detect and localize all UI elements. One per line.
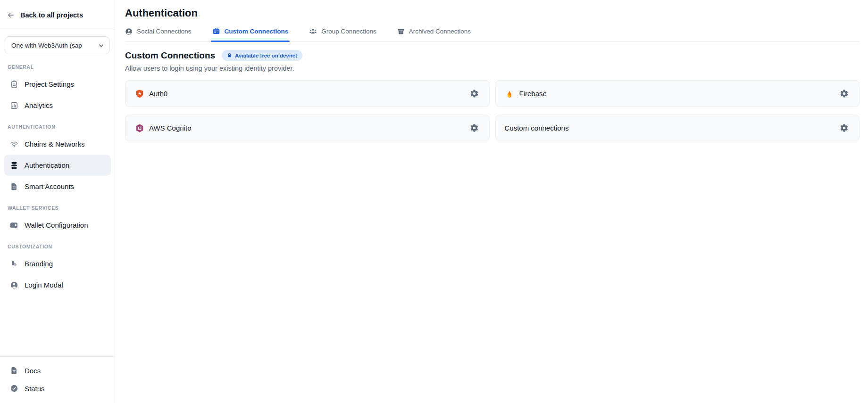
project-selector-value: One with Web3Auth (sap	[11, 42, 82, 49]
badge-label: Available free on devnet	[235, 53, 297, 58]
check-circle-icon	[9, 384, 18, 393]
tab-group-connections[interactable]: Group Connections	[309, 27, 376, 41]
wifi-icon	[9, 140, 18, 148]
sidebar: Back to all projects One with Web3Auth (…	[0, 0, 115, 403]
section-heading: Custom Connections	[125, 50, 215, 61]
sidebar-item-login-modal[interactable]: Login Modal	[4, 274, 111, 296]
wallet-icon	[9, 221, 18, 230]
firebase-settings-gear-icon[interactable]	[840, 89, 849, 98]
card-label: Firebase	[519, 90, 547, 98]
user-circle-icon	[9, 281, 18, 289]
project-selector[interactable]: One with Web3Auth (sap	[5, 36, 110, 54]
sidebar-item-label: Analytics	[25, 101, 53, 109]
sidebar-item-label: Project Settings	[25, 80, 74, 88]
tab-archived-connections[interactable]: Archived Connections	[397, 27, 471, 41]
sidebar-item-smart-accounts[interactable]: Smart Accounts	[4, 176, 111, 197]
sidebar-item-label: Branding	[25, 260, 53, 268]
card-auth0[interactable]: Auth0	[125, 80, 490, 107]
sidebar-item-label: Authentication	[25, 161, 69, 169]
page-title: Authentication	[125, 7, 860, 19]
lock-icon	[227, 53, 232, 58]
sidebar-item-label: Docs	[25, 367, 41, 375]
chevron-down-icon	[98, 42, 105, 49]
bar-chart-icon	[9, 101, 18, 110]
sidebar-item-label: Status	[25, 385, 45, 393]
back-to-projects-button[interactable]: Back to all projects	[0, 0, 115, 30]
section-label-general: GENERAL	[4, 56, 111, 74]
sidebar-item-authentication[interactable]: Authentication	[4, 155, 111, 176]
card-custom-connections[interactable]: Custom connections	[495, 115, 860, 141]
devnet-badge: Available free on devnet	[222, 50, 302, 61]
card-firebase[interactable]: Firebase	[495, 80, 860, 107]
section-label-authentication: AUTHENTICATION	[4, 116, 111, 133]
section-label-customization: CUSTOMIZATION	[4, 236, 111, 253]
sidebar-item-label: Login Modal	[25, 281, 63, 289]
arrow-left-icon	[7, 11, 15, 19]
tab-label: Archived Connections	[409, 28, 471, 35]
sidebar-item-status[interactable]: Status	[4, 379, 111, 397]
aws-cognito-logo-icon	[134, 123, 144, 133]
tab-custom-connections[interactable]: Custom Connections	[212, 27, 289, 41]
tab-bar: Social Connections Custom Connections Gr…	[125, 27, 860, 42]
section-subtitle: Allow users to login using your existing…	[125, 65, 860, 72]
sidebar-item-analytics[interactable]: Analytics	[4, 95, 111, 116]
sidebar-item-project-settings[interactable]: Project Settings	[4, 74, 111, 95]
card-label: Auth0	[149, 90, 167, 98]
card-label: AWS Cognito	[149, 124, 191, 132]
sidebar-spacer	[0, 296, 115, 356]
card-label: Custom connections	[505, 124, 569, 132]
tab-label: Custom Connections	[225, 28, 289, 35]
custom-connections-settings-gear-icon[interactable]	[840, 123, 849, 132]
tab-social-connections[interactable]: Social Connections	[125, 27, 192, 41]
back-label: Back to all projects	[20, 11, 83, 19]
card-aws-cognito[interactable]: AWS Cognito	[125, 115, 490, 141]
clipboard-icon	[9, 80, 18, 89]
docs-icon	[9, 366, 18, 375]
section-label-wallet-services: WALLET SERVICES	[4, 197, 111, 214]
sidebar-item-label: Smart Accounts	[25, 182, 74, 190]
file-icon	[9, 182, 18, 191]
sidebar-item-label: Wallet Configuration	[25, 221, 88, 229]
sidebar-item-chains-networks[interactable]: Chains & Networks	[4, 133, 111, 155]
sidebar-item-docs[interactable]: Docs	[4, 362, 111, 379]
archive-box-icon	[397, 28, 405, 35]
section-header: Custom Connections Available free on dev…	[125, 50, 860, 61]
sidebar-item-label: Chains & Networks	[25, 140, 85, 148]
auth0-settings-gear-icon[interactable]	[470, 89, 479, 98]
sidebar-item-wallet-configuration[interactable]: Wallet Configuration	[4, 214, 111, 236]
sidebar-item-branding[interactable]: Branding	[4, 253, 111, 274]
main-content: Authentication Social Connections Custom…	[115, 0, 868, 403]
id-card-icon	[212, 27, 220, 35]
firebase-logo-icon	[505, 89, 515, 99]
person-circle-icon	[125, 28, 133, 35]
connection-cards: Auth0 Firebase AWS Cognito	[125, 80, 860, 141]
people-group-icon	[309, 27, 317, 35]
aws-cognito-settings-gear-icon[interactable]	[470, 123, 479, 132]
tab-label: Social Connections	[137, 28, 192, 35]
sidebar-footer: Docs Status	[0, 357, 115, 403]
tab-label: Group Connections	[321, 28, 376, 35]
database-icon	[9, 161, 18, 170]
auth0-logo-icon	[134, 89, 144, 99]
paintbrush-icon	[9, 260, 18, 268]
app-window: Back to all projects One with Web3Auth (…	[0, 0, 868, 403]
sidebar-nav: GENERAL Project Settings Analytics AUTHE…	[0, 56, 115, 296]
